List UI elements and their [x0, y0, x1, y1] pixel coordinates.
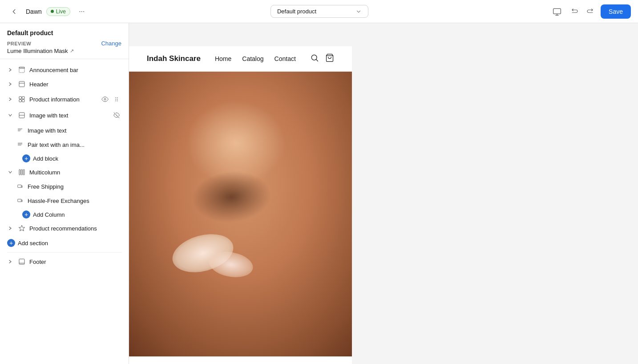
hassle-free-icon [16, 197, 24, 205]
store-nav: Indah Skincare Home Catalog Contact [129, 46, 352, 72]
topbar-center: Default product [94, 5, 545, 18]
svg-point-14 [117, 101, 118, 101]
footer-label: Footer [29, 259, 121, 265]
multicolumn-label: Multicolumn [29, 169, 121, 176]
free-shipping-label: Free Shipping [28, 183, 121, 190]
expand-icon-footer [7, 259, 13, 265]
sidebar-item-header[interactable]: Header [0, 77, 129, 91]
preview-change-button[interactable]: Change [101, 40, 121, 47]
image-with-text-visibility[interactable] [112, 110, 121, 120]
svg-rect-18 [23, 170, 24, 175]
product-image: ILLUMINATION MASK [129, 72, 352, 356]
add-section-plus-icon: + [7, 239, 15, 247]
image-with-text-icon [18, 111, 26, 119]
svg-rect-24 [19, 259, 24, 264]
header-icon [18, 80, 26, 88]
sidebar-item-hassle-free[interactable]: Hassle-Free Exchanges [0, 194, 129, 208]
add-column-plus-icon: + [22, 210, 30, 218]
preview-product-name: Lume Illumination Mask ↗ [7, 48, 121, 54]
hassle-free-label: Hassle-Free Exchanges [28, 198, 121, 204]
product-recommendations-label: Product recommendations [29, 225, 121, 232]
preview-row: PREVIEW Change [7, 40, 121, 47]
nav-link-home[interactable]: Home [215, 55, 231, 62]
store-nav-icons [310, 53, 334, 64]
undo-redo-group [568, 4, 597, 19]
expand-icon-down [7, 112, 13, 118]
svg-rect-3 [19, 81, 24, 87]
expand-icon-down-multi [7, 169, 13, 175]
add-section-label: Add section [18, 240, 48, 247]
cart-icon[interactable] [325, 53, 334, 64]
drag-handle-product-info[interactable] [112, 94, 121, 104]
section-divider [7, 252, 121, 253]
svg-rect-21 [18, 199, 21, 202]
svg-rect-19 [18, 185, 21, 188]
external-link-icon: ↗ [70, 48, 74, 54]
add-section-button[interactable]: + Add section [0, 235, 129, 251]
product-select-value: Default product [277, 8, 316, 15]
product-information-label: Product information [29, 96, 97, 103]
image-with-text-label: Image with text [29, 112, 108, 119]
undo-button[interactable] [568, 4, 582, 19]
save-button[interactable]: Save [601, 4, 631, 19]
nav-link-catalog[interactable]: Catalog [242, 55, 263, 62]
product-select-dropdown[interactable]: Default product [271, 5, 368, 18]
svg-point-9 [115, 97, 116, 98]
add-block-button[interactable]: + Add block [0, 152, 129, 165]
sidebar-item-multicolumn[interactable]: Multicolumn [0, 165, 129, 179]
pair-text-label: Pair text with an ima... [28, 142, 121, 148]
add-column-label: Add Column [33, 211, 65, 218]
live-dot [51, 10, 54, 13]
store-nav-links: Home Catalog Contact [215, 55, 296, 62]
product-information-icon [18, 95, 26, 103]
expand-icon [7, 96, 13, 102]
svg-point-12 [117, 99, 118, 100]
svg-rect-4 [19, 97, 21, 99]
header-label: Header [29, 81, 121, 88]
svg-rect-20 [21, 186, 22, 187]
nav-link-contact[interactable]: Contact [275, 55, 296, 62]
expand-icon [7, 67, 13, 73]
sidebar-item-free-shipping[interactable]: Free Shipping [0, 179, 129, 194]
topbar: Dawn Live ··· Default product [0, 0, 638, 23]
svg-point-13 [115, 101, 116, 101]
multicolumn-icon [18, 168, 26, 176]
product-recommendations-icon [18, 224, 26, 232]
svg-rect-17 [21, 170, 23, 175]
sidebar-item-footer[interactable]: Footer [0, 255, 129, 269]
sidebar-item-image-with-text-block[interactable]: Image with text [0, 123, 129, 138]
sidebar-item-product-recommendations[interactable]: Product recommendations [0, 221, 129, 235]
product-information-actions [100, 94, 121, 104]
svg-point-11 [115, 99, 116, 100]
expand-icon-recs [7, 225, 13, 231]
back-button[interactable] [7, 4, 21, 19]
redo-button[interactable] [583, 4, 597, 19]
product-section: ILLUMINATION MASK Illumination Mask €14,… [129, 72, 352, 356]
sidebar-nav: Announcement bar Header [0, 59, 129, 364]
svg-marker-23 [19, 225, 24, 231]
footer-icon [18, 258, 26, 266]
store-logo: Indah Skincare [147, 54, 201, 63]
svg-point-8 [104, 98, 106, 100]
more-options-button[interactable]: ··· [75, 4, 89, 19]
preview-label: PREVIEW [7, 41, 31, 46]
announcement-bar-label: Announcement bar [29, 67, 121, 73]
add-column-button[interactable]: + Add Column [0, 208, 129, 221]
preview-pane: Indah Skincare Home Catalog Contact [129, 46, 352, 364]
search-icon[interactable] [310, 53, 319, 64]
sidebar-item-image-with-text[interactable]: Image with text [0, 107, 129, 123]
visibility-toggle-button[interactable] [100, 94, 110, 104]
sidebar-item-pair-text-block[interactable]: Pair text with an ima... [0, 138, 129, 152]
svg-rect-2 [19, 67, 24, 73]
device-preview-button[interactable] [550, 4, 564, 19]
text-block-icon [16, 126, 24, 134]
image-with-text-actions [112, 110, 121, 120]
topbar-left: Dawn Live ··· [7, 4, 89, 19]
svg-point-10 [117, 97, 118, 98]
sidebar-item-product-information[interactable]: Product information [0, 91, 129, 107]
free-shipping-icon [16, 182, 24, 190]
svg-rect-5 [22, 97, 24, 99]
sidebar-item-announcement-bar[interactable]: Announcement bar [0, 63, 129, 77]
svg-rect-6 [19, 100, 21, 102]
topbar-right: Save [550, 4, 631, 19]
